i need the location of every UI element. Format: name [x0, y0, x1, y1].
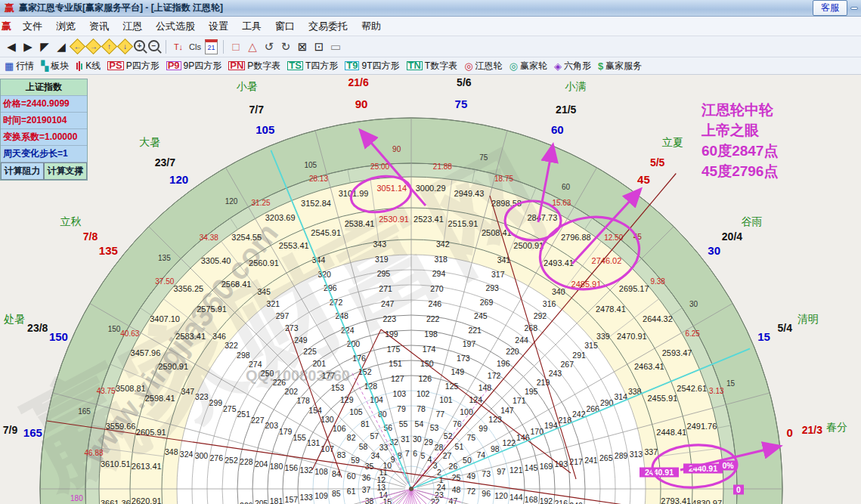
- menu-item-工具[interactable]: 工具: [235, 19, 268, 33]
- zoom-out-icon[interactable]: −: [148, 40, 160, 51]
- price-outer-value: 2949.43: [454, 189, 485, 198]
- screen-icon[interactable]: ▭: [328, 39, 343, 54]
- menu-item-公式选股[interactable]: 公式选股: [149, 19, 202, 33]
- spiral-number: 59: [351, 456, 360, 465]
- menu-item-设置[interactable]: 设置: [202, 19, 235, 33]
- view-winner-wheel[interactable]: ◎赢家轮: [509, 60, 547, 73]
- menu-item-文件[interactable]: 文件: [16, 19, 49, 33]
- spiral-number: 96: [482, 489, 491, 498]
- view-label: T四方形: [305, 60, 338, 73]
- spiral-number: 222: [426, 314, 440, 323]
- rim-solarterm-label: 立秋: [60, 215, 81, 227]
- degree-value: 150: [108, 325, 121, 333]
- forward-icon[interactable]: ▶: [20, 39, 36, 54]
- percent-value: 46.88: [85, 449, 104, 457]
- price-outer-value: 3051.14: [376, 184, 407, 193]
- spiral-number: 250: [261, 369, 274, 378]
- menu-item-帮助[interactable]: 帮助: [355, 19, 388, 33]
- fit-icon[interactable]: ⊡: [311, 39, 327, 54]
- spiral-number: 324: [180, 450, 194, 459]
- rim-solarterm-label: 小满: [565, 80, 586, 92]
- view-9t-square[interactable]: T99T四方形: [345, 60, 399, 73]
- view-p-number-table[interactable]: PNP数字表: [228, 60, 280, 73]
- back-icon[interactable]: ◀: [4, 39, 19, 54]
- kefu-button[interactable]: 客服: [813, 0, 847, 16]
- rim-degree-label: 165: [23, 426, 42, 439]
- menu-item-交易委托[interactable]: 交易委托: [302, 19, 355, 33]
- view-t-square[interactable]: TST四方形: [287, 60, 338, 73]
- rotate-ccw-icon[interactable]: ↺: [262, 39, 277, 54]
- view-9p-square[interactable]: P99P四方形: [166, 60, 222, 73]
- panel-row: 变换系数=1.00000: [1, 129, 87, 146]
- spiral-number: 216: [555, 499, 568, 504]
- calc-support-button[interactable]: 计算支撑: [44, 162, 87, 180]
- spiral-number: 58: [359, 442, 368, 451]
- rim-degree-label: 135: [99, 244, 118, 257]
- page-down-icon[interactable]: ◢: [54, 39, 69, 54]
- diamond-right-icon[interactable]: →: [85, 39, 101, 54]
- rim-degree-label: 75: [455, 97, 468, 110]
- price-inner-value: 2500.91: [513, 241, 544, 250]
- view-gann-wheel[interactable]: ◎江恩轮: [464, 60, 502, 73]
- rotate-cw-icon[interactable]: ↻: [278, 39, 293, 54]
- view-t-number-table[interactable]: TNT数字表: [407, 60, 458, 73]
- cls-icon[interactable]: Cls: [187, 39, 203, 54]
- menu-item-江恩[interactable]: 江恩: [116, 19, 149, 33]
- spiral-number: 101: [439, 395, 453, 404]
- view-sectors[interactable]: ▚板块: [41, 60, 69, 73]
- box-x-icon[interactable]: ⊠: [295, 39, 310, 54]
- view-quotes[interactable]: ▦行情: [5, 60, 34, 73]
- symbol-info-panel: 上证指数 价格=2440.9099时间=20190104变换系数=1.00000…: [0, 79, 88, 181]
- spiral-number: 245: [474, 311, 488, 320]
- spiral-number: 342: [436, 240, 450, 249]
- spiral-number: 298: [237, 351, 250, 360]
- menu-item-资讯[interactable]: 资讯: [82, 19, 116, 33]
- spiral-number: 192: [540, 496, 553, 504]
- price-inner-value: 2478.41: [596, 305, 626, 314]
- calendar-icon[interactable]: 21: [205, 39, 218, 54]
- spiral-number: 24: [437, 483, 446, 492]
- 9t-square-icon: T9: [345, 61, 359, 70]
- degree-value: 105: [304, 161, 317, 169]
- annotation-line: 江恩轮中轮: [701, 100, 778, 120]
- menu-item-浏览[interactable]: 浏览: [49, 19, 82, 33]
- page-up-icon[interactable]: ◤: [37, 39, 52, 54]
- rect-tool-icon[interactable]: □: [228, 39, 243, 54]
- highlighted-price: 2440.91: [645, 468, 674, 477]
- price-outer-value: 3254.55: [231, 233, 262, 242]
- spiral-number: 72: [466, 487, 475, 496]
- rim-date-label: 7/7: [249, 104, 265, 116]
- view-p-square[interactable]: PSP四方形: [107, 60, 159, 73]
- t-down-icon[interactable]: T↓: [171, 39, 186, 54]
- highlighted-price: 0%: [722, 461, 734, 470]
- spiral-number: 179: [279, 427, 293, 436]
- diamond-up-icon[interactable]: ↑: [101, 39, 117, 54]
- menu-item-窗口[interactable]: 窗口: [268, 19, 302, 33]
- calc-resistance-button[interactable]: 计算阻力: [1, 162, 44, 180]
- spiral-number: 168: [525, 495, 538, 504]
- spiral-number: 83: [337, 450, 346, 459]
- t-square-icon: TS: [287, 61, 303, 70]
- percent-value: 40.63: [120, 329, 139, 338]
- spiral-number: 148: [479, 383, 492, 392]
- spiral-number: 157: [285, 495, 299, 504]
- spiral-number: 31: [401, 434, 410, 444]
- edge-button[interactable]: [850, 7, 858, 10]
- diamond-left-icon[interactable]: ←: [70, 39, 85, 54]
- view-kline[interactable]: K线: [76, 60, 101, 73]
- view-winner-service[interactable]: $赢家服务: [598, 60, 642, 73]
- diamond-down-icon[interactable]: ↓: [117, 39, 133, 54]
- annotation-line: 60度2847点: [701, 141, 778, 161]
- percent-value: 18.75: [494, 175, 513, 183]
- price-outer-value: 2847.73: [527, 213, 557, 222]
- winner-service-icon: $: [598, 60, 603, 72]
- spiral-number: 204: [255, 459, 268, 468]
- view-hexagon[interactable]: ◈六角形: [554, 60, 591, 73]
- spiral-number: 243: [549, 369, 562, 378]
- zoom-in-icon[interactable]: +: [134, 40, 145, 51]
- spiral-number: 60: [347, 472, 356, 481]
- triangle-tool-icon[interactable]: △: [245, 39, 260, 54]
- price-inner-value: 2613.41: [132, 462, 162, 471]
- spiral-number: 177: [322, 371, 336, 380]
- spiral-number: 5: [420, 451, 425, 460]
